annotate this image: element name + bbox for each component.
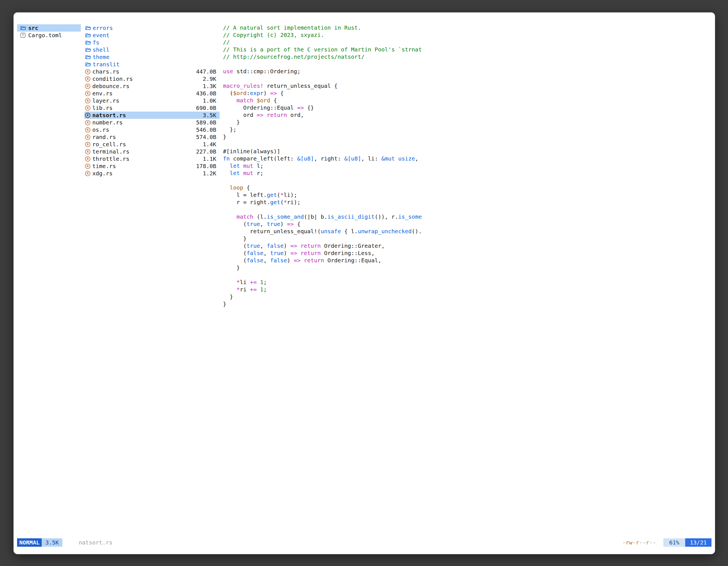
file-row-natsort.rs[interactable]: Rnatsort.rs3.5K	[84, 112, 220, 119]
rust-file-icon: R	[85, 91, 90, 96]
parent-item-src[interactable]: src	[17, 24, 81, 32]
file-row-time.rs[interactable]: Rtime.rs178.0B	[84, 163, 220, 170]
status-permissions: -rw-r--r--	[622, 539, 656, 546]
item-label: chars.rs	[92, 68, 119, 75]
yazi-window: srcTCargo.toml errorseventfsshellthemetr…	[13, 12, 715, 554]
file-row-env.rs[interactable]: Renv.rs436.0B	[84, 90, 220, 97]
code-line: loop {	[223, 184, 710, 192]
code-line: fn compare_left(left: &[u8], right: &[u8…	[223, 155, 710, 163]
code-line: }	[223, 264, 710, 272]
code-line: }	[223, 119, 710, 126]
mode-indicator: NORMAL	[17, 538, 42, 547]
code-line	[223, 75, 710, 83]
file-size: 589.0B	[196, 119, 216, 126]
item-label: fs	[93, 39, 99, 46]
code-line: match (l.is_some_and(|b| b.is_ascii_digi…	[223, 213, 710, 221]
file-size: 1.0K	[203, 97, 216, 104]
code-line: (false, false) => return Ordering::Equal…	[223, 257, 710, 264]
code-line: (false, true) => return Ordering::Less,	[223, 250, 710, 257]
file-row-translit[interactable]: translit	[84, 61, 220, 68]
file-row-theme[interactable]: theme	[84, 53, 220, 61]
code-line	[223, 206, 710, 213]
file-row-event[interactable]: event	[84, 32, 220, 39]
code-line: (true, false) => return Ordering::Greate…	[223, 243, 710, 250]
file-row-layer.rs[interactable]: Rlayer.rs1.0K	[84, 97, 220, 104]
item-label: shell	[93, 46, 109, 53]
item-label: ro_cell.rs	[92, 141, 126, 148]
file-row-shell[interactable]: shell	[84, 46, 220, 53]
item-label: errors	[93, 25, 113, 31]
parent-item-Cargo.toml[interactable]: TCargo.toml	[17, 32, 81, 39]
rust-file-icon: R	[85, 171, 90, 176]
file-size: 1.2K	[203, 170, 216, 177]
file-size: 436.0B	[196, 90, 216, 97]
code-line: let mut r;	[223, 170, 710, 177]
file-size: 178.0B	[196, 163, 216, 170]
folder-open-icon	[85, 32, 91, 38]
code-line: l = left.get(*li);	[223, 192, 710, 199]
item-label: src	[28, 25, 38, 31]
file-row-number.rs[interactable]: Rnumber.rs589.0B	[84, 119, 220, 126]
status-scroll-percent: 61%	[663, 538, 685, 547]
folder-open-icon	[85, 54, 91, 60]
current-pane: errorseventfsshellthemetranslitRchars.rs…	[84, 24, 220, 177]
code-line: r = right.get(*ri);	[223, 199, 710, 206]
code-line: *li += 1;	[223, 279, 710, 286]
code-line: (true, true) => {	[223, 221, 710, 228]
code-line: // A natural sort implementation in Rust…	[223, 24, 710, 32]
file-row-os.rs[interactable]: Ros.rs546.0B	[84, 126, 220, 133]
code-line: //	[223, 39, 710, 46]
code-line: return_unless_equal!(unsafe { l.unwrap_u…	[223, 228, 710, 235]
code-line: macro_rules! return_unless_equal {	[223, 83, 710, 90]
rust-file-icon: R	[85, 84, 90, 89]
file-row-condition.rs[interactable]: Rcondition.rs2.9K	[84, 75, 220, 83]
code-line: ($ord:expr) => {	[223, 90, 710, 97]
rust-file-icon: R	[85, 69, 90, 74]
code-line: }	[223, 235, 710, 243]
file-size: 546.0B	[196, 126, 216, 133]
rust-file-icon: R	[85, 149, 90, 154]
code-line: *ri += 1;	[223, 286, 710, 293]
rust-file-icon: R	[85, 142, 90, 147]
file-size: 2.9K	[203, 76, 216, 82]
file-row-errors[interactable]: errors	[84, 24, 220, 32]
folder-open-icon	[85, 61, 91, 67]
item-label: lib.rs	[92, 105, 112, 111]
item-label: event	[93, 32, 109, 39]
file-row-ro_cell.rs[interactable]: Rro_cell.rs1.4K	[84, 141, 220, 148]
file-row-rand.rs[interactable]: Rrand.rs574.0B	[84, 133, 220, 141]
file-row-lib.rs[interactable]: Rlib.rs690.0B	[84, 104, 220, 112]
file-row-throttle.rs[interactable]: Rthrottle.rs1.1K	[84, 155, 220, 163]
rust-file-icon: R	[85, 127, 90, 133]
rust-file-icon: R	[85, 164, 90, 169]
rust-file-icon: R	[85, 76, 90, 82]
code-line	[223, 141, 710, 148]
file-row-xdg.rs[interactable]: Rxdg.rs1.2K	[84, 170, 220, 177]
code-line: // http://sourcefrog.net/projects/natsor…	[223, 53, 710, 61]
rust-file-icon: R	[85, 98, 90, 104]
rust-file-icon: R	[85, 120, 90, 125]
code-line	[223, 177, 710, 184]
code-line: ord => return ord,	[223, 112, 710, 119]
status-cursor-position: 13/21	[685, 538, 711, 547]
item-label: condition.rs	[92, 76, 133, 82]
toml-file-icon: T	[20, 33, 25, 38]
code-line: // Copyright (c) 2023, sxyazi.	[223, 32, 710, 39]
item-label: env.rs	[92, 90, 112, 97]
code-line	[223, 61, 710, 68]
file-row-terminal.rs[interactable]: Rterminal.rs227.0B	[84, 148, 220, 155]
file-size: 447.0B	[196, 68, 216, 75]
file-row-debounce.rs[interactable]: Rdebounce.rs1.3K	[84, 83, 220, 90]
rust-file-icon: R	[85, 113, 90, 118]
code-line: use std::cmp::Ordering;	[223, 68, 710, 75]
item-label: throttle.rs	[92, 156, 129, 162]
item-label: natsort.rs	[92, 112, 126, 119]
code-line: };	[223, 126, 710, 133]
item-label: time.rs	[92, 163, 116, 170]
file-size: 1.4K	[203, 141, 216, 148]
item-label: number.rs	[92, 119, 123, 126]
file-row-fs[interactable]: fs	[84, 39, 220, 46]
parent-pane: srcTCargo.toml	[17, 24, 81, 39]
file-row-chars.rs[interactable]: Rchars.rs447.0B	[84, 68, 220, 75]
code-line: match $ord {	[223, 97, 710, 104]
